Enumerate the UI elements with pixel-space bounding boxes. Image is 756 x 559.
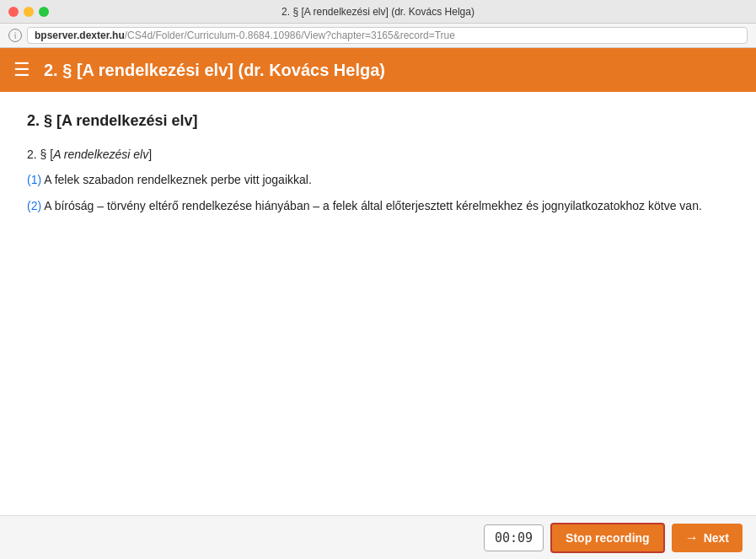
footer-bar: 00:09 Stop recording → Next xyxy=(0,515,756,559)
timer-display: 00:09 xyxy=(484,524,544,551)
para1-prefix: 2. § [ xyxy=(27,148,53,161)
address-domain: bpserver.dexter.hu xyxy=(35,30,125,41)
app-header: ☰ 2. § [A rendelkezési elv] (dr. Kovács … xyxy=(0,48,756,92)
next-button[interactable]: → Next xyxy=(672,524,743,552)
address-bar-area: i bpserver.dexter.hu/CS4d/Folder/Curricu… xyxy=(0,24,756,48)
address-path: /CS4d/Folder/Curriculum-0.8684.10986/Vie… xyxy=(125,30,455,41)
title-bar: 2. § [A rendelkezési elv] (dr. Kovács He… xyxy=(0,0,756,24)
window-title: 2. § [A rendelkezési elv] (dr. Kovács He… xyxy=(281,6,475,18)
paragraph-1: 2. § [A rendelkezési elv] xyxy=(27,145,729,164)
close-button[interactable] xyxy=(8,7,19,17)
next-label: Next xyxy=(704,531,729,545)
para3-number: (2) xyxy=(27,199,41,212)
para1-suffix: ] xyxy=(148,148,152,161)
para3-text: A bíróság – törvény eltérő rendelkezése … xyxy=(41,199,702,212)
traffic-lights xyxy=(8,7,49,17)
address-bar[interactable]: bpserver.dexter.hu/CS4d/Folder/Curriculu… xyxy=(27,27,748,44)
section-heading: 2. § [A rendelkezési elv] xyxy=(27,112,729,130)
para1-italic: A rendelkezési elv xyxy=(53,148,148,161)
hamburger-icon[interactable]: ☰ xyxy=(13,61,30,79)
next-arrow-icon: → xyxy=(685,530,699,546)
address-bar-row: i bpserver.dexter.hu/CS4d/Folder/Curricu… xyxy=(8,27,748,44)
app-header-title: 2. § [A rendelkezési elv] (dr. Kovács He… xyxy=(44,61,385,80)
info-icon[interactable]: i xyxy=(8,29,22,42)
stop-recording-button[interactable]: Stop recording xyxy=(550,523,665,553)
paragraph-2: (1) A felek szabadon rendelkeznek perbe … xyxy=(27,170,729,189)
para2-number: (1) xyxy=(27,173,41,186)
paragraph-3: (2) A bíróság – törvény eltérő rendelkez… xyxy=(27,196,729,215)
minimize-button[interactable] xyxy=(24,7,34,17)
main-content: 2. § [A rendelkezési elv] 2. § [A rendel… xyxy=(0,92,756,515)
para2-text: A felek szabadon rendelkeznek perbe vitt… xyxy=(41,173,312,186)
maximize-button[interactable] xyxy=(39,7,49,17)
